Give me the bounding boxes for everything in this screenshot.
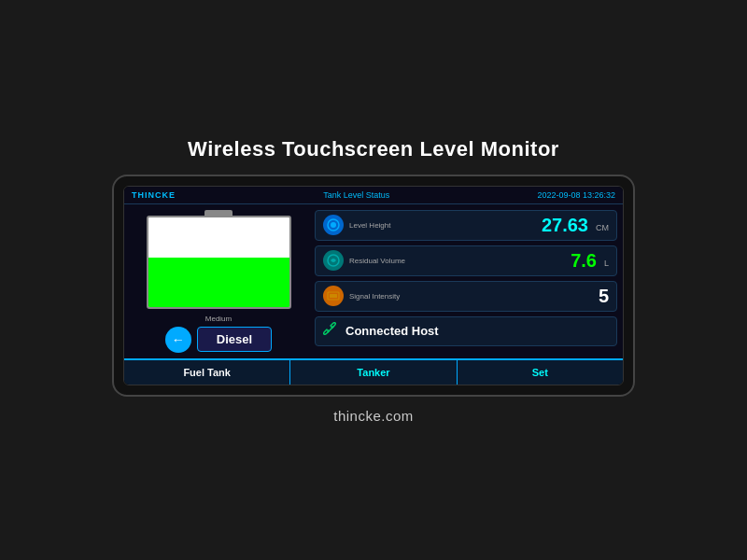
device-frame: THINCKE Tank Level Status 2022-09-08 13:… — [112, 175, 635, 397]
svg-point-6 — [331, 326, 332, 328]
signal-intensity-icon — [323, 286, 344, 306]
screen-nav: Fuel Tank Tanker Set — [124, 358, 623, 385]
website-label: thincke.com — [333, 408, 414, 424]
svg-rect-4 — [330, 294, 337, 298]
signal-intensity-value: 5 — [599, 286, 609, 307]
medium-value-button[interactable]: Diesel — [197, 327, 272, 352]
residual-volume-label: Residual Volume — [349, 257, 565, 265]
screen: THINCKE Tank Level Status 2022-09-08 13:… — [123, 186, 624, 385]
residual-volume-value: 7.6 — [571, 250, 597, 272]
residual-volume-row: Residual Volume 7.6 L — [315, 245, 617, 276]
tank-visual — [147, 216, 291, 309]
screen-header: THINCKE Tank Level Status 2022-09-08 13:… — [124, 187, 623, 204]
info-panel: Level Height 27.63 CM Residual Volume 7.… — [315, 210, 617, 353]
level-height-label: Level Height — [349, 221, 536, 230]
screen-title: Tank Level Status — [323, 190, 389, 200]
datetime-label: 2022-09-08 13:26:32 — [537, 190, 615, 200]
connected-host-label: Connected Host — [345, 324, 439, 338]
link-icon — [323, 322, 338, 340]
level-height-unit: CM — [596, 223, 609, 232]
residual-volume-icon — [323, 250, 344, 271]
brand-label: THINCKE — [132, 190, 176, 200]
nav-tanker[interactable]: Tanker — [290, 360, 457, 385]
svg-point-1 — [331, 222, 336, 228]
medium-label: Medium — [205, 315, 232, 323]
signal-intensity-label: Signal Intensity — [349, 292, 593, 301]
residual-volume-unit: L — [604, 259, 609, 268]
level-height-row: Level Height 27.63 CM — [315, 210, 617, 241]
signal-intensity-row: Signal Intensity 5 — [315, 281, 617, 312]
back-button[interactable]: ← — [165, 327, 191, 353]
level-height-value: 27.63 — [542, 215, 588, 236]
tank-fill — [148, 258, 289, 307]
page-title: Wireless Touchscreen Level Monitor — [188, 137, 559, 161]
connected-host-row[interactable]: Connected Host — [315, 316, 617, 346]
tank-cap — [204, 210, 233, 216]
svg-point-5 — [327, 329, 329, 331]
tank-panel: Medium ← Diesel — [130, 210, 307, 353]
nav-fuel-tank[interactable]: Fuel Tank — [124, 360, 290, 385]
nav-set[interactable]: Set — [458, 360, 623, 385]
screen-body: Medium ← Diesel Level Height — [124, 204, 623, 358]
level-height-icon — [323, 215, 344, 235]
diesel-row: ← Diesel — [165, 327, 272, 353]
